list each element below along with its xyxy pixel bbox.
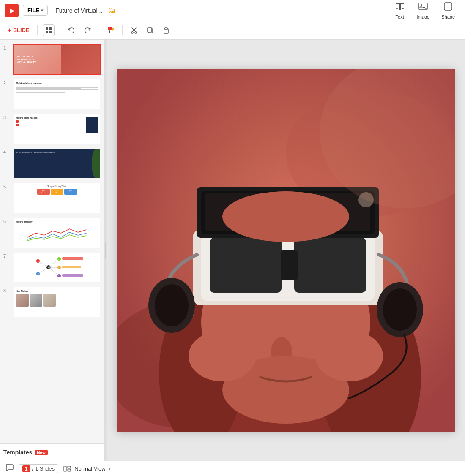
svg-line-26 (38, 267, 49, 274)
slide-item-4[interactable]: 4 It's not about ideas. It's about makin… (3, 148, 101, 179)
slide-thumb-1[interactable]: THE FUTURE OF SHOPPING WITH VIRTUAL REAL… (13, 44, 101, 75)
svg-rect-32 (62, 274, 83, 277)
templates-label: Templates (3, 449, 32, 456)
slide-number-4: 4 (3, 148, 10, 155)
undo-button[interactable] (65, 24, 78, 37)
templates-button[interactable]: Templates New (0, 443, 104, 461)
slide-item-3[interactable]: 3 Making Ideas happen (3, 113, 101, 144)
text-tool-button[interactable]: Text (390, 0, 410, 22)
file-chevron-icon: ▾ (41, 8, 43, 13)
svg-point-58 (315, 331, 383, 381)
svg-line-29 (49, 267, 59, 276)
canvas-area (107, 40, 465, 461)
image-tool-label: Image (417, 14, 430, 19)
svg-line-25 (38, 261, 49, 267)
add-slide-label: SLIDE (13, 27, 29, 33)
slide-thumb-7[interactable] (13, 252, 101, 283)
copy-button[interactable] (144, 24, 156, 37)
current-page: 1 (22, 465, 30, 472)
slide-list: 1 THE FUTURE OF SHOPPING WITH VIRTUAL RE… (0, 40, 104, 443)
view-mode-selector[interactable]: Normal View ▾ (63, 465, 110, 472)
new-badge: New (35, 450, 48, 455)
folder-icon[interactable]: 🗂 (108, 6, 116, 15)
slide-item-5[interactable]: 5 Simple Pricing Table $10 Basic $30 Pro (3, 182, 101, 214)
svg-rect-59 (64, 466, 66, 471)
comment-button[interactable] (5, 463, 14, 474)
presentation-title[interactable]: Future of Virtual .. (55, 7, 102, 14)
image-tool-button[interactable]: Image (412, 0, 435, 22)
main-slide-canvas[interactable] (117, 69, 455, 432)
slide-thumb-2[interactable]: Making Ideas happen. (13, 79, 101, 110)
svg-rect-16 (148, 28, 152, 32)
slide-thumb-8[interactable]: Idea Makers (13, 286, 101, 318)
slide-thumb-4[interactable]: It's not about ideas. It's about making … (13, 148, 101, 179)
right-tools: Text Image Shape (390, 0, 460, 22)
svg-rect-30 (62, 257, 83, 260)
slide-panel: 1 THE FUTURE OF SHOPPING WITH VIRTUAL RE… (0, 40, 105, 461)
toolbar: + SLIDE (0, 21, 465, 40)
top-bar: ▶ FILE ▾ Future of Virtual .. 🗂 Text (0, 0, 465, 21)
slide-2-title-preview: Making Ideas happen. (16, 82, 98, 84)
file-menu-button[interactable]: FILE ▾ (23, 5, 48, 16)
view-mode-chevron-icon: ▾ (109, 466, 111, 471)
paste-button[interactable] (160, 24, 172, 37)
svg-rect-12 (109, 30, 110, 33)
svg-rect-7 (46, 27, 48, 30)
layout-button[interactable] (43, 24, 55, 36)
svg-line-27 (49, 259, 59, 267)
svg-point-14 (135, 32, 137, 33)
slide-thumb-3[interactable]: Making Ideas happen (13, 113, 101, 144)
svg-rect-44 (294, 238, 366, 293)
add-slide-plus-icon: + (8, 27, 11, 34)
view-mode-label: Normal View (74, 465, 105, 472)
add-slide-button[interactable]: + SLIDE (5, 25, 32, 36)
svg-rect-11 (108, 27, 112, 30)
svg-point-5 (421, 4, 422, 6)
image-tool-icon (418, 1, 428, 14)
svg-rect-10 (49, 31, 52, 33)
slide-number-2: 2 (3, 79, 10, 85)
slide-item-1[interactable]: 1 THE FUTURE OF SHOPPING WITH VIRTUAL RE… (3, 44, 101, 75)
total-slides-label: / 1 Slides (32, 465, 55, 472)
paint-format-button[interactable] (104, 24, 117, 37)
svg-point-51 (155, 284, 189, 326)
svg-rect-8 (49, 27, 52, 30)
svg-rect-9 (46, 31, 48, 33)
svg-rect-2 (396, 8, 398, 9)
svg-rect-31 (62, 266, 81, 268)
slide-item-2[interactable]: 2 Making Ideas happen. (3, 79, 101, 110)
toolbar-divider-1 (37, 25, 38, 35)
svg-rect-0 (396, 3, 404, 4)
slide-number-6: 6 (3, 217, 10, 224)
main-area: 1 THE FUTURE OF SHOPPING WITH VIRTUAL RE… (0, 40, 465, 461)
status-bar: 1 / 1 Slides Normal View ▾ (0, 461, 465, 476)
svg-rect-60 (68, 466, 71, 468)
slide-thumb-5[interactable]: Simple Pricing Table $10 Basic $30 Pro (13, 182, 101, 214)
slide-1-title-preview: THE FUTURE OF SHOPPING WITH VIRTUAL REAL… (17, 55, 42, 64)
slide-thumb-6[interactable]: Making Strategy (13, 217, 101, 248)
toolbar-divider-2 (60, 25, 60, 35)
svg-rect-1 (399, 4, 401, 10)
svg-point-57 (189, 331, 256, 381)
slide-item-7[interactable]: 7 (3, 252, 101, 283)
shape-tool-icon (443, 1, 453, 14)
redo-button[interactable] (81, 24, 94, 37)
app-logo[interactable]: ▶ (5, 4, 19, 17)
svg-rect-43 (210, 238, 282, 293)
text-tool-icon (395, 1, 405, 14)
slide-item-6[interactable]: 6 Making Strategy (3, 217, 101, 248)
svg-point-53 (383, 288, 417, 331)
file-label: FILE (27, 7, 39, 14)
cut-button[interactable] (128, 24, 140, 37)
toolbar-divider-3 (99, 25, 99, 35)
page-indicator: 1 / 1 Slides (19, 464, 58, 473)
svg-rect-3 (402, 8, 404, 9)
slide-item-8[interactable]: 8 Idea Makers (3, 286, 101, 318)
shape-tool-button[interactable]: Shape (436, 0, 460, 22)
toolbar-divider-4 (122, 25, 123, 35)
slide-number-1: 1 (3, 44, 10, 51)
slide-number-7: 7 (3, 252, 10, 258)
svg-rect-45 (281, 250, 298, 280)
svg-rect-61 (68, 469, 71, 471)
svg-point-13 (131, 32, 133, 33)
